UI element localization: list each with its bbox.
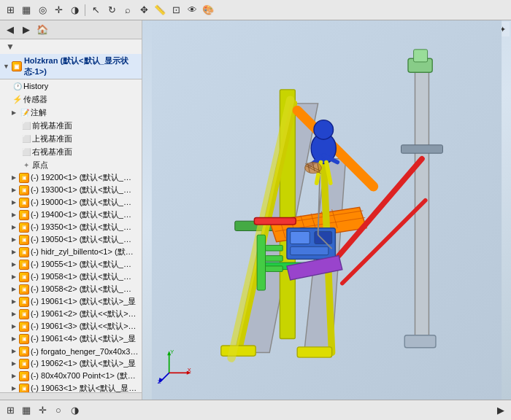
part-19058a-icon: ▣ [19,272,29,282]
tree-item-19061c[interactable]: ▶ ▣ (-) 19061<3> (默认<<默认>_显 [0,320,142,332]
part-19063-icon: ▣ [19,384,29,393]
tree-item-top-plane[interactable]: ⬜ 上视基准面 [0,132,142,145]
section-icon[interactable]: ⊡ [169,3,183,18]
assembly-icon: ▣ [12,61,22,71]
tree-item-19062[interactable]: ▶ ▣ (-) 19062<1> (默认<默认>_显 [0,357,142,370]
tree-item-forgato[interactable]: ▶ ▣ (-) forgato_henger_70x40x350+ [0,345,142,357]
tree-item-history[interactable]: 🕐 History [0,79,142,93]
part-19058a-label: (-) 19058<1> (默认<默认_显示示 [31,271,139,282]
measure-icon[interactable]: 📏 [153,3,167,18]
cursor-icon[interactable]: ↖ [88,3,103,18]
target-icon[interactable]: ◎ [35,3,50,18]
grid-icon[interactable]: ⊞ [3,3,18,18]
nav-home-icon[interactable]: 🏠 [35,23,50,37]
bottom-circle-icon[interactable]: ○ [51,403,66,418]
tree-item-19050[interactable]: ▶ ▣ (-) 19050<1> (默认<默认_显示示 [0,233,142,246]
tree-item-19000[interactable]: ▶ ▣ (-) 19000<1> (默认<默认_显示示 [0,196,142,209]
origin-label: 原点 [32,160,48,171]
nav-back-icon[interactable]: ◀ [3,23,18,37]
pan-icon[interactable]: ✥ [137,3,151,18]
bottom-pie-icon[interactable]: ◑ [67,403,82,418]
tree-expand-arrow: ▼ [3,63,9,70]
part-19400-expand: ▶ [12,211,19,218]
bottom-crosshair-icon[interactable]: ✛ [35,403,50,418]
part-19058a-expand: ▶ [12,273,19,280]
right-plane-icon: ⬜ [20,146,32,158]
tree-item-19200[interactable]: ▶ ▣ (-) 19200<1> (默认<默认_显示示 [0,171,142,184]
tree-item-19061a[interactable]: ▶ ▣ (-) 19061<1> (默认<默认>_显 [0,295,142,308]
front-plane-label: 前视基准面 [32,120,72,131]
part-19061a-label: (-) 19061<1> (默认<默认>_显 [31,296,136,307]
tree-item-hidr[interactable]: ▶ ▣ (-) hidr_zyl_billento<1> (默认<默 [0,246,142,258]
part-19062-label: (-) 19062<1> (默认<默认>_显 [31,358,136,369]
tree-item-19055[interactable]: ▶ ▣ (-) 19055<1> (默认<默认_显示示 [0,258,142,271]
svg-point-31 [314,120,334,140]
filter-icon[interactable]: ▼ [3,39,18,54]
tree-item-annotations[interactable]: ▶ 📝 注解 [0,106,142,119]
tree-item-19061b[interactable]: ▶ ▣ (-) 19061<2> (默认<<默认>_显 [0,308,142,320]
tree-content: 🕐 History ⚡ 传感器 ▶ 📝 注解 ⬜ 前视基准面 ⬜ [0,79,142,392]
part-19063-label: (-) 19063<1> 默认<默认_显示示 [31,383,139,392]
zoom-icon[interactable]: ⌕ [120,3,135,18]
hide-icon[interactable]: 👁 [185,3,199,18]
tree-root-label: Holzkran (默认<默认_显示状态-1>) [24,55,139,77]
front-plane-icon: ⬜ [20,120,32,131]
tree-item-19063[interactable]: ▶ ▣ (-) 19063<1> 默认<默认_显示示 [0,382,142,392]
crosshair-icon[interactable]: ✛ [51,3,66,18]
svg-rect-44 [266,245,283,251]
tree-item-sensors[interactable]: ⚡ 传感器 [0,93,142,106]
tree-item-history-label: History [23,82,48,90]
part-19200-label: (-) 19200<1> (默认<默认_显示示 [31,172,139,183]
right-plane-label: 右视基准面 [32,147,72,158]
appearance-icon[interactable]: 🎨 [201,3,215,18]
part-forgato-expand: ▶ [12,348,19,354]
tree-item-right-plane[interactable]: ⬜ 右视基准面 [0,145,142,158]
left-panel-hscrollbar[interactable] [0,392,142,400]
svg-rect-18 [291,231,310,244]
tree-item-origin[interactable]: ✦ 原点 [0,158,142,171]
tree-item-annotations-label: 注解 [31,107,47,118]
annotations-expand: ▶ [12,109,19,116]
left-panel-toolbar: ◀ ▶ 🏠 [0,20,142,39]
table-icon[interactable]: ▦ [19,3,34,18]
part-hidr-expand: ▶ [12,249,19,255]
part-19061c-icon: ▣ [19,322,29,332]
bottom-right-icon[interactable]: ▶ [493,403,508,418]
history-icon: 🕐 [12,80,23,92]
tree-item-19061d[interactable]: ▶ ▣ (-) 19061<4> (默认<默认>_显 [0,332,142,345]
part-19063-expand: ▶ [12,385,19,392]
toolbar-separator [85,4,85,16]
pie-icon[interactable]: ◑ [67,3,82,18]
tree-item-19300[interactable]: ▶ ▣ (-) 19300<1> (默认<默认_显示示 [0,184,142,196]
svg-rect-14 [402,145,443,153]
tree-item-19400[interactable]: ▶ ▣ (-) 19400<1> (默认<默认_显示示 [0,209,142,221]
part-19061b-icon: ▣ [19,309,29,319]
svg-rect-24 [404,335,436,348]
top-toolbar: ⊞ ▦ ◎ ✛ ◑ ↖ ↻ ⌕ ✥ 📏 ⊡ 👁 🎨 [0,0,511,20]
svg-rect-20 [291,246,328,254]
tree-header[interactable]: ▼ ▣ Holzkran (默认<默认_显示状态-1>) [0,54,142,79]
tree-item-front-plane[interactable]: ⬜ 前视基准面 [0,119,142,132]
left-panel: ◀ ▶ 🏠 ▼ ▼ ▣ Holzkran (默认<默认_显示状态-1>) 🕐 H… [0,20,142,400]
main-area: ◀ ▶ 🏠 ▼ ▼ ▣ Holzkran (默认<默认_显示状态-1>) 🕐 H… [0,20,511,400]
part-19062-icon: ▣ [19,359,29,369]
rotate-icon[interactable]: ↻ [104,3,119,18]
part-19050-label: (-) 19050<1> (默认<默认_显示示 [31,234,139,245]
svg-text:Z: Z [158,378,161,385]
top-plane-icon: ⬜ [20,133,32,144]
svg-rect-46 [266,266,283,272]
part-19300-label: (-) 19300<1> (默认<默认_显示示 [31,184,139,195]
tree-item-19350[interactable]: ▶ ▣ (-) 19350<1> (默认<默认_显示示 [0,221,142,233]
part-80x40-expand: ▶ [12,373,19,379]
tree-item-19058b[interactable]: ▶ ▣ (-) 19058<2> (默认<默认_显示示 [0,283,142,295]
3d-viewport[interactable]: ↗ ⚙ ⬛ ⬜ ◧ ⊞ 🔲 ✦ [142,20,511,400]
tree-item-19058a[interactable]: ▶ ▣ (-) 19058<1> (默认<默认_显示示 [0,271,142,283]
bottom-grid-icon[interactable]: ⊞ [3,403,18,418]
part-forgato-label: (-) forgato_henger_70x40x350+ [31,347,139,356]
tree-item-80x40[interactable]: ▶ ▣ (-) 80x40x700 Point<1> (默认< [0,370,142,382]
bottom-table-icon[interactable]: ▦ [19,403,34,418]
nav-forward-icon[interactable]: ▶ [19,23,34,37]
filter-row: ▼ [0,39,142,54]
part-19058b-icon: ▣ [19,284,29,295]
part-19061a-expand: ▶ [12,298,19,305]
